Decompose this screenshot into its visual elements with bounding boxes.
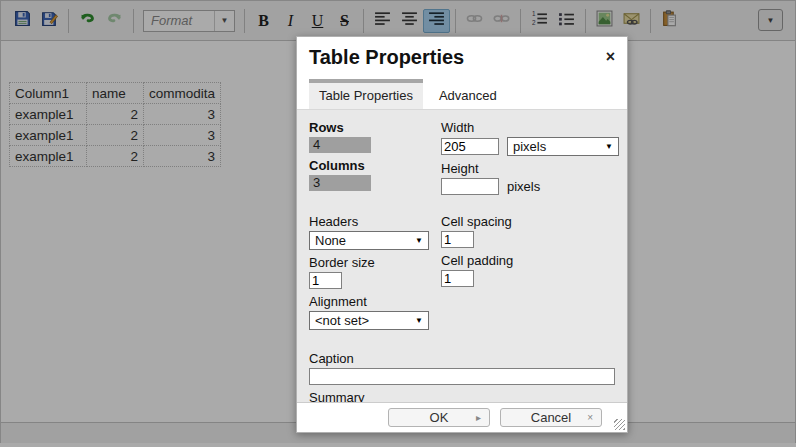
- width-input[interactable]: [441, 138, 499, 155]
- width-unit-select[interactable]: pixels ▼: [507, 137, 619, 156]
- height-label: Height: [441, 161, 619, 176]
- border-size-input[interactable]: [309, 272, 342, 289]
- headers-select[interactable]: None ▼: [309, 231, 429, 250]
- width-unit-value: pixels: [513, 139, 546, 154]
- close-icon[interactable]: ×: [606, 50, 615, 64]
- columns-label: Columns: [309, 158, 441, 173]
- chevron-down-icon: ▼: [415, 316, 423, 325]
- tab-advanced[interactable]: Advanced: [429, 79, 507, 109]
- cancel-button-label: Cancel: [531, 410, 571, 425]
- tab-table-properties[interactable]: Table Properties: [309, 79, 423, 109]
- caption-label: Caption: [309, 351, 615, 366]
- alignment-select[interactable]: <not set> ▼: [309, 311, 429, 330]
- height-unit-text: pixels: [507, 179, 540, 194]
- cell-padding-label: Cell padding: [441, 253, 615, 268]
- rows-value: 4: [309, 137, 371, 153]
- width-label: Width: [441, 120, 619, 135]
- alignment-value: <not set>: [315, 313, 369, 328]
- cell-spacing-label: Cell spacing: [441, 214, 615, 229]
- dialog-tabs: Table Properties Advanced: [297, 77, 627, 110]
- rows-label: Rows: [309, 120, 441, 135]
- dialog-title-bar[interactable]: Table Properties ×: [297, 37, 627, 77]
- height-input[interactable]: [441, 178, 499, 195]
- ok-button-label: OK: [430, 410, 449, 425]
- dialog-title: Table Properties: [309, 46, 464, 68]
- ok-button[interactable]: OK ▸: [388, 408, 490, 427]
- headers-value: None: [315, 233, 346, 248]
- cancel-x-icon: ×: [587, 413, 593, 423]
- resize-handle-icon[interactable]: [614, 419, 625, 430]
- headers-label: Headers: [309, 214, 441, 229]
- cell-padding-input[interactable]: [441, 270, 474, 287]
- dialog-body: Rows 4 Columns 3 Width pixels ▼: [297, 110, 627, 424]
- chevron-down-icon: ▼: [415, 236, 423, 245]
- table-properties-dialog: Table Properties × Table Properties Adva…: [296, 36, 628, 433]
- border-size-label: Border size: [309, 255, 441, 270]
- columns-value: 3: [309, 175, 371, 191]
- cancel-button[interactable]: Cancel ×: [500, 408, 602, 427]
- alignment-label: Alignment: [309, 294, 441, 309]
- ok-arrow-icon: ▸: [476, 413, 481, 423]
- cell-spacing-input[interactable]: [441, 231, 474, 248]
- caption-input[interactable]: [309, 368, 615, 385]
- dialog-footer: OK ▸ Cancel ×: [297, 402, 627, 432]
- chevron-down-icon: ▼: [605, 142, 613, 151]
